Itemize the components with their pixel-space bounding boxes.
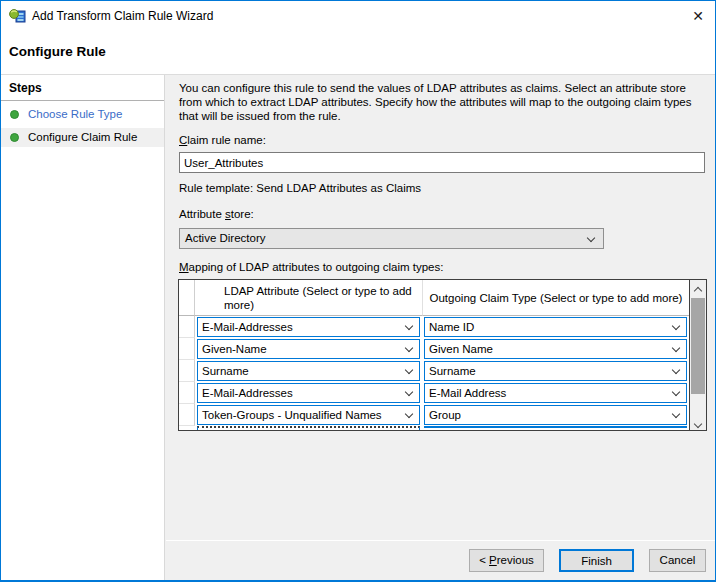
previous-button[interactable]: < Previous xyxy=(469,549,544,572)
ldap-attribute-select[interactable]: E-Mail-Addresses xyxy=(197,383,420,403)
outgoing-claim-select[interactable]: Group xyxy=(424,405,687,425)
ldap-attribute-select[interactable]: Given-Name xyxy=(197,339,420,359)
mapping-label: Mapping of LDAP attributes to outgoing c… xyxy=(179,261,443,273)
cancel-button[interactable]: Cancel xyxy=(649,549,706,572)
chevron-down-icon xyxy=(672,388,680,396)
outgoing-claim-column-header[interactable]: Outgoing Claim Type (Select or type to a… xyxy=(422,280,689,316)
button-bar: < Previous Finish Cancel xyxy=(166,540,715,580)
steps-sidebar: Steps Choose Rule Type Configure Claim R… xyxy=(1,75,165,580)
ldap-attribute-value: Surname xyxy=(202,365,249,377)
rule-template-text: Rule template: Send LDAP Attributes as C… xyxy=(179,182,421,194)
grid-corner-cell xyxy=(179,280,195,316)
outgoing-claim-value: E-Mail Address xyxy=(429,387,506,399)
step-status-dot-icon xyxy=(10,133,19,142)
outgoing-claim-select[interactable]: E-Mail Address xyxy=(424,383,687,403)
outgoing-claim-value: Given Name xyxy=(429,343,493,355)
ldap-attribute-value: E-Mail-Addresses xyxy=(202,321,293,333)
outgoing-claim-value: Surname xyxy=(429,365,476,377)
chevron-down-icon xyxy=(405,344,413,352)
wizard-body: Steps Choose Rule Type Configure Claim R… xyxy=(1,74,715,580)
chevron-up-icon xyxy=(694,287,702,295)
claim-rule-name-label: Claim rule name: xyxy=(179,134,266,146)
chevron-down-icon xyxy=(405,388,413,396)
outgoing-claim-value: Group xyxy=(429,409,461,421)
scroll-down-button[interactable] xyxy=(690,413,706,430)
steps-header: Steps xyxy=(1,75,164,101)
page-title: Configure Rule xyxy=(9,44,106,59)
attribute-store-label: Attribute store: xyxy=(179,208,254,220)
ldap-attribute-select[interactable]: Token-Groups - Unqualified Names xyxy=(197,405,420,425)
step-label: Configure Claim Rule xyxy=(28,131,137,143)
chevron-down-icon xyxy=(587,234,595,242)
claim-rule-wizard-icon xyxy=(9,8,26,25)
new-row-claim-cell xyxy=(424,426,687,430)
main-panel: You can configure this rule to send the … xyxy=(166,75,715,580)
title-bar: Add Transform Claim Rule Wizard ✕ xyxy=(1,1,715,32)
mapping-row: E-Mail-Addresses E-Mail Address xyxy=(179,382,689,404)
outgoing-claim-select[interactable]: Surname xyxy=(424,361,687,381)
step-label: Choose Rule Type xyxy=(28,108,122,120)
chevron-down-icon xyxy=(672,366,680,374)
outgoing-claim-value: Name ID xyxy=(429,321,474,333)
ldap-attribute-value: Token-Groups - Unqualified Names xyxy=(202,409,382,421)
rule-description-text: You can configure this rule to send the … xyxy=(179,81,705,123)
attribute-store-select[interactable]: Active Directory xyxy=(179,228,604,249)
chevron-down-icon xyxy=(405,366,413,374)
row-header-cell[interactable] xyxy=(179,316,195,338)
close-icon[interactable]: ✕ xyxy=(692,7,704,25)
mapping-row: Given-Name Given Name xyxy=(179,338,689,360)
ldap-attribute-value: Given-Name xyxy=(202,343,267,355)
mapping-grid: LDAP Attribute (Select or type to add mo… xyxy=(178,279,707,431)
scroll-up-button[interactable] xyxy=(690,280,706,297)
ldap-attribute-value: E-Mail-Addresses xyxy=(202,387,293,399)
mapping-row: Surname Surname xyxy=(179,360,689,382)
chevron-down-icon xyxy=(405,322,413,330)
outgoing-claim-select[interactable]: Name ID xyxy=(424,317,687,337)
chevron-down-icon xyxy=(672,344,680,352)
ldap-attribute-select[interactable]: Surname xyxy=(197,361,420,381)
ldap-attribute-column-header[interactable]: LDAP Attribute (Select or type to add mo… xyxy=(195,280,422,316)
sidebar-item-choose-rule-type[interactable]: Choose Rule Type xyxy=(1,105,164,124)
row-header-cell[interactable] xyxy=(179,338,195,360)
mapping-row: Token-Groups - Unqualified Names Group xyxy=(179,404,689,426)
step-status-dot-icon xyxy=(10,110,19,119)
chevron-down-icon xyxy=(694,420,702,428)
chevron-down-icon xyxy=(672,410,680,418)
new-row-ldap-cell xyxy=(197,426,420,430)
chevron-down-icon xyxy=(405,410,413,418)
scrollbar-thumb[interactable] xyxy=(691,298,705,394)
window-title: Add Transform Claim Rule Wizard xyxy=(32,9,213,23)
mapping-row: E-Mail-Addresses Name ID xyxy=(179,316,689,338)
next-empty-row-partial xyxy=(179,426,689,430)
wizard-window: Add Transform Claim Rule Wizard ✕ Config… xyxy=(0,0,716,582)
claim-rule-name-input[interactable] xyxy=(179,152,705,173)
row-header-cell[interactable] xyxy=(179,404,195,426)
chevron-down-icon xyxy=(672,322,680,330)
grid-scrollbar[interactable] xyxy=(689,280,706,430)
sidebar-item-configure-claim-rule[interactable]: Configure Claim Rule xyxy=(1,128,164,147)
row-header-cell[interactable] xyxy=(179,360,195,382)
ldap-attribute-select[interactable]: E-Mail-Addresses xyxy=(197,317,420,337)
row-header-cell[interactable] xyxy=(179,382,195,404)
attribute-store-value: Active Directory xyxy=(185,232,266,244)
outgoing-claim-select[interactable]: Given Name xyxy=(424,339,687,359)
finish-button[interactable]: Finish xyxy=(559,549,634,572)
